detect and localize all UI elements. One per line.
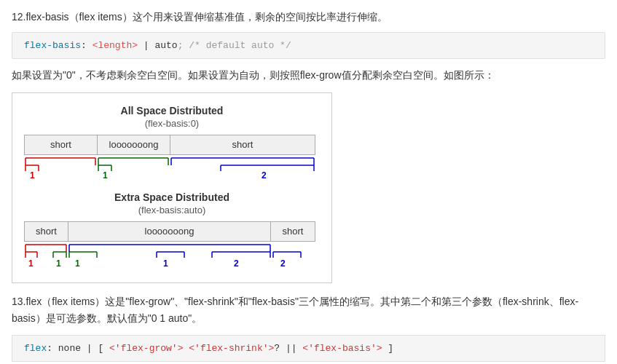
flex-item-1c: short <box>170 135 315 154</box>
code-length: <length> <box>93 40 138 51</box>
flex-bar-2: short looooooong short <box>24 221 315 242</box>
brackets-svg-2: 1 1 1 1 <box>24 243 315 271</box>
diagram2-title: Extra Space Distributed <box>24 191 320 203</box>
svg-text:1: 1 <box>75 258 80 269</box>
svg-text:2: 2 <box>262 170 267 180</box>
svg-text:1: 1 <box>28 258 34 269</box>
brackets-svg-1: 1 1 2 <box>24 157 315 180</box>
diagram1-title: All Space Distributed <box>24 105 320 116</box>
code2-colon: : none | [ <box>47 343 109 354</box>
code2-prop: flex <box>24 343 47 354</box>
code-block-flex-basis: flex-basis: <length> | auto; /* default … <box>12 32 605 59</box>
diagram1-subtitle: (flex-basis:0) <box>24 118 320 129</box>
code-prop: flex-basis <box>24 40 81 51</box>
desc-text: 如果设置为"0"，不考虑剩余空白空间。如果设置为自动，则按照flex-grow值… <box>12 66 605 84</box>
code2-opt: ? || <box>274 343 302 354</box>
flex-item-2b: looooooong <box>68 222 271 241</box>
code-pipe: | <box>138 40 154 51</box>
code2-flex-grow: <'flex-grow'> <box>109 343 183 354</box>
diagram-container: All Space Distributed (flex-basis:0) sho… <box>12 92 332 283</box>
code2-flex-basis: <'flex-basis'> <box>302 343 382 354</box>
svg-text:2: 2 <box>280 258 286 269</box>
flex-bar-1: short looooooong short <box>24 135 315 155</box>
code-auto: auto <box>154 40 177 51</box>
svg-text:2: 2 <box>234 258 239 269</box>
flex-item-1b: looooooong <box>98 135 170 154</box>
flex-item-2a: short <box>25 222 68 241</box>
diagram2: Extra Space Distributed (flex-basis:auto… <box>24 191 320 271</box>
svg-text:1: 1 <box>103 170 108 180</box>
desc-content: 如果设置为"0"，不考虑剩余空白空间。如果设置为自动，则按照flex-grow值… <box>12 69 495 81</box>
flex-item-1a: short <box>25 135 98 154</box>
section13-title-text: 13.flex（flex items）这是"flex-grow"、"flex-s… <box>12 296 578 325</box>
section12-title-text: 12.flex-basis（flex items）这个用来设置伸缩基准值，剩余的… <box>12 11 388 23</box>
section12-title: 12.flex-basis（flex items）这个用来设置伸缩基准值，剩余的… <box>12 9 605 25</box>
diagram1: All Space Distributed (flex-basis:0) sho… <box>24 105 320 180</box>
code-colon: : <box>81 40 93 51</box>
code-comment: ; /* default auto */ <box>178 40 291 51</box>
svg-text:1: 1 <box>56 258 61 269</box>
code-block-flex: flex: none | [ <'flex-grow'> <'flex-shri… <box>12 335 605 362</box>
svg-text:1: 1 <box>30 170 35 180</box>
page-container: 12.flex-basis（flex items）这个用来设置伸缩基准值，剩余的… <box>0 0 617 364</box>
diagram2-subtitle: (flex-basis:auto) <box>24 205 320 215</box>
svg-text:1: 1 <box>163 258 168 269</box>
code2-flex-shrink: <'flex-shrink'> <box>189 343 274 354</box>
section13-title: 13.flex（flex items）这是"flex-grow"、"flex-s… <box>12 293 605 328</box>
flex-item-2c: short <box>271 222 315 241</box>
code2-close: ] <box>382 343 394 354</box>
